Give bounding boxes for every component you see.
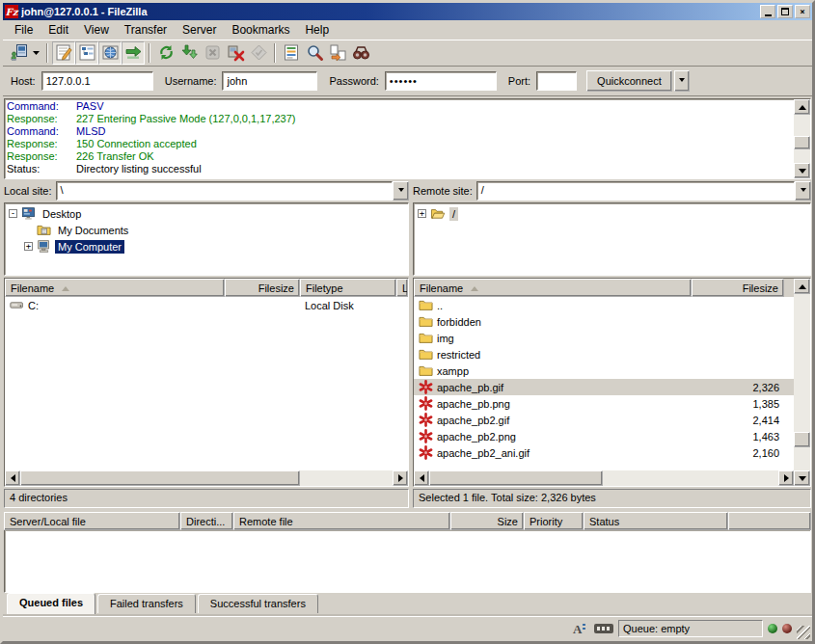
remote-vscroll-thumb[interactable] bbox=[794, 432, 810, 447]
scroll-right-icon[interactable] bbox=[393, 470, 408, 486]
folder-icon bbox=[419, 298, 433, 312]
remote-site-path[interactable]: / bbox=[476, 181, 795, 201]
disconnect-button[interactable] bbox=[224, 41, 247, 65]
toggle-message-log-button[interactable] bbox=[52, 41, 75, 65]
file-row[interactable]: restricted bbox=[414, 346, 794, 362]
column-header-label: Filename bbox=[420, 282, 463, 294]
menu-file[interactable]: File bbox=[7, 21, 41, 39]
directory-comparison-button[interactable] bbox=[326, 41, 349, 65]
file-row[interactable]: forbidden bbox=[414, 313, 794, 330]
toolbar bbox=[3, 40, 812, 67]
port-input[interactable] bbox=[536, 71, 577, 91]
menu-view[interactable]: View bbox=[76, 21, 117, 39]
remote-hscroll-thumb[interactable] bbox=[429, 470, 603, 486]
password-input[interactable] bbox=[385, 71, 497, 91]
cancel-operation-button[interactable] bbox=[201, 41, 224, 65]
resize-grip[interactable] bbox=[797, 626, 810, 639]
file-row[interactable]: img bbox=[414, 330, 794, 346]
maximize-button[interactable] bbox=[777, 5, 793, 18]
title-bar[interactable]: Fz john@127.0.0.1 - FileZilla × bbox=[3, 3, 812, 20]
tab-successful-transfers[interactable]: Successful transfers bbox=[198, 594, 318, 613]
log-scrollbar[interactable] bbox=[794, 99, 810, 178]
minimize-button[interactable] bbox=[760, 5, 775, 18]
tree-item[interactable]: My Documents bbox=[9, 222, 408, 238]
local-site-combo[interactable]: \ bbox=[56, 181, 409, 201]
tree-item[interactable]: +/ bbox=[418, 205, 810, 222]
file-name-cell: xampp bbox=[414, 363, 692, 378]
remote-vscrollbar[interactable] bbox=[794, 279, 810, 486]
column-header-l[interactable]: L bbox=[396, 279, 408, 297]
queue-column-remotefile[interactable]: Remote file bbox=[233, 512, 450, 530]
file-name: xampp bbox=[437, 365, 469, 377]
synchronized-browsing-button[interactable] bbox=[349, 41, 372, 65]
quickconnect-button[interactable]: Quickconnect bbox=[586, 70, 672, 92]
close-button[interactable]: × bbox=[795, 5, 810, 18]
file-row[interactable]: C:Local Disk bbox=[5, 297, 408, 313]
log-label: Response: bbox=[7, 138, 76, 150]
queue-column-size[interactable]: Size bbox=[450, 512, 524, 530]
remote-site-dropdown[interactable] bbox=[795, 181, 811, 201]
file-row[interactable]: xampp bbox=[414, 362, 794, 379]
file-row[interactable]: apache_pb2.gif2,414 bbox=[414, 412, 794, 428]
scroll-down-icon[interactable] bbox=[794, 163, 810, 178]
quickconnect-dropdown[interactable] bbox=[674, 70, 690, 92]
file-name-cell: img bbox=[414, 331, 692, 345]
log-scroll-thumb[interactable] bbox=[794, 136, 810, 149]
tab-queued-files[interactable]: Queued files bbox=[7, 593, 95, 614]
site-manager-button[interactable] bbox=[7, 41, 30, 65]
reconnect-button[interactable] bbox=[247, 41, 270, 65]
toggle-local-tree-button[interactable] bbox=[75, 41, 98, 65]
local-hscrollbar[interactable] bbox=[5, 470, 408, 486]
column-header-label: Filetype bbox=[306, 282, 343, 294]
menu-bookmarks[interactable]: Bookmarks bbox=[224, 21, 297, 39]
file-row[interactable]: apache_pb2.png1,463 bbox=[414, 428, 794, 444]
host-label: Host: bbox=[11, 75, 36, 87]
scroll-right-icon[interactable] bbox=[778, 470, 794, 486]
remote-hscrollbar[interactable] bbox=[414, 470, 794, 486]
column-header-filetype[interactable]: Filetype bbox=[300, 279, 396, 297]
toggle-remote-tree-button[interactable] bbox=[98, 41, 122, 65]
queue-column-priority[interactable]: Priority bbox=[524, 512, 584, 530]
file-row[interactable]: apache_pb.gif2,326 bbox=[414, 379, 794, 395]
log-label: Command: bbox=[7, 125, 76, 138]
local-hscroll-thumb[interactable] bbox=[20, 470, 300, 486]
scroll-up-icon[interactable] bbox=[794, 99, 810, 115]
column-header-filename[interactable]: Filename bbox=[5, 279, 225, 297]
queue-column-directi[interactable]: Directi... bbox=[180, 512, 233, 530]
scroll-down-icon[interactable] bbox=[794, 470, 810, 486]
tree-expander[interactable]: + bbox=[418, 209, 426, 218]
column-header-filename[interactable]: Filename bbox=[414, 279, 692, 297]
file-row[interactable]: apache_pb.png1,385 bbox=[414, 395, 794, 412]
remote-site-combo[interactable]: / bbox=[476, 181, 811, 201]
menu-transfer[interactable]: Transfer bbox=[117, 21, 175, 39]
local-site-dropdown[interactable] bbox=[393, 181, 409, 201]
tree-item[interactable]: -Desktop bbox=[9, 205, 408, 222]
file-row[interactable]: apache_pb2_ani.gif2,160 bbox=[414, 444, 794, 461]
scroll-left-icon[interactable] bbox=[5, 470, 20, 486]
file-search-button[interactable] bbox=[303, 41, 326, 65]
host-input[interactable] bbox=[41, 71, 153, 91]
file-row[interactable]: .. bbox=[414, 297, 794, 313]
quickconnect-bar: Host: Username: Password: Port: Quickcon… bbox=[3, 67, 812, 96]
local-site-path[interactable]: \ bbox=[56, 181, 393, 201]
tree-expander[interactable]: - bbox=[9, 209, 17, 218]
tree-item[interactable]: +My Computer bbox=[9, 238, 408, 255]
scroll-left-icon[interactable] bbox=[414, 470, 429, 486]
column-header-filesize[interactable]: Filesize bbox=[692, 279, 784, 297]
queue-column-serverlocalfile[interactable]: Server/Local file bbox=[4, 512, 180, 530]
toggle-transfer-queue-button[interactable] bbox=[122, 41, 145, 65]
filter-button[interactable] bbox=[280, 41, 303, 65]
column-header-filesize[interactable]: Filesize bbox=[225, 279, 300, 297]
menu-help[interactable]: Help bbox=[297, 21, 337, 39]
tab-failed-transfers[interactable]: Failed transfers bbox=[97, 594, 196, 613]
site-manager-dropdown[interactable] bbox=[30, 41, 42, 65]
queue-column-status[interactable]: Status bbox=[584, 512, 728, 530]
refresh-button[interactable] bbox=[154, 41, 177, 65]
process-queue-button[interactable] bbox=[177, 41, 201, 65]
tree-expander[interactable]: + bbox=[24, 242, 33, 251]
menu-edit[interactable]: Edit bbox=[41, 21, 76, 39]
username-input[interactable] bbox=[222, 71, 317, 91]
status-bar: A Queue: empty bbox=[3, 616, 812, 641]
menu-server[interactable]: Server bbox=[175, 21, 224, 39]
scroll-up-icon[interactable] bbox=[794, 279, 810, 294]
